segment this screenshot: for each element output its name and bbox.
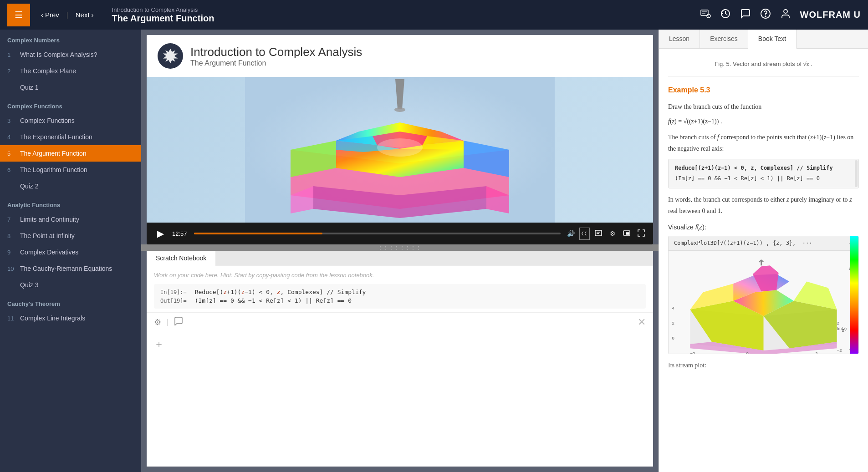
chat-button[interactable] (740, 8, 751, 21)
notebook-button[interactable] (592, 228, 605, 240)
menu-button[interactable]: ☰ (7, 4, 30, 26)
add-cell-button[interactable]: ＋ (154, 337, 164, 351)
svg-text:2: 2 (837, 321, 839, 326)
sidebar-section-cauchys-theorem: Cauchy's Theorem (0, 293, 141, 310)
wolfram-logo (158, 43, 183, 69)
plot-container: ComplexPlot3D[√((z+1)(z−1)) , {z, 3}, ··… (668, 236, 859, 354)
sidebar-item-label: The Exponential Function (20, 133, 92, 141)
svg-marker-8 (163, 49, 178, 63)
sidebar-item-label: Complex Derivatives (20, 249, 78, 256)
svg-text:−2: −2 (690, 351, 695, 354)
svg-text:4: 4 (672, 305, 674, 310)
captions-button[interactable]: CC (579, 228, 590, 240)
item-number: 6 (7, 167, 15, 173)
video-controls: ▶ 12:57 🔊 CC (147, 223, 653, 244)
sidebar-section-analytic-functions: Analytic Functions (0, 194, 141, 211)
sidebar-item-label: The Point at Infinity (20, 232, 75, 239)
sidebar-item-6[interactable]: 6 The Logarithm Function (0, 162, 141, 178)
play-button[interactable]: ▶ (152, 225, 168, 242)
video-lesson-name: The Argument Function (190, 59, 362, 67)
sidebar-item-1[interactable]: 1 What Is Complex Analysis? (0, 46, 141, 63)
time-display: 12:57 (172, 230, 190, 237)
sidebar-item-10[interactable]: 10 The Cauchy-Riemann Equations (0, 260, 141, 277)
sidebar-item-label: The Complex Plane (20, 67, 76, 75)
sidebar-item-9[interactable]: 9 Complex Derivatives (0, 244, 141, 260)
settings-button[interactable]: ⚙ (607, 228, 618, 240)
sidebar-item-label: What Is Complex Analysis? (20, 51, 97, 58)
item-number: 5 (7, 150, 15, 157)
item-number: 8 (7, 233, 15, 239)
progress-bar[interactable] (194, 233, 561, 234)
certificate-button[interactable] (700, 8, 711, 21)
drag-handle[interactable]: ⋮⋮⋮⋮⋮⋮⋮⋮ (141, 244, 659, 251)
sidebar-item-8[interactable]: 8 The Point at Infinity (0, 228, 141, 244)
code-line-2: (Im[z] == 0 && −1 < Re[z] < 1) || Re[z] … (675, 174, 852, 183)
user-button[interactable] (780, 8, 791, 21)
prev-button[interactable]: ‹ Prev (37, 8, 63, 21)
cell-input: In[19]:= Reduce[(z+1)(z−1) < 0, z, Compl… (160, 289, 639, 295)
nav-title: Introduction to Complex Analysis The Arg… (112, 6, 214, 24)
sidebar-quiz-3[interactable]: Quiz 3 (0, 277, 141, 293)
top-navigation: ☰ ‹ Prev | Next › Introduction to Comple… (0, 0, 868, 30)
cell-settings-button[interactable]: ⚙ (154, 317, 161, 327)
svg-point-20 (377, 138, 423, 157)
sidebar-item-3[interactable]: 3 Complex Functions (0, 112, 141, 129)
right-panel: Lesson Exercises Book Text Fig. 5. Vecto… (659, 30, 868, 472)
tab-lesson[interactable]: Lesson (659, 30, 700, 48)
sidebar-item-label: The Argument Function (20, 150, 87, 157)
history-icon (720, 8, 731, 19)
close-cell-button[interactable]: ✕ (638, 316, 646, 328)
volume-button[interactable]: 🔊 (564, 228, 577, 240)
sidebar-quiz-2[interactable]: Quiz 2 (0, 178, 141, 194)
notebook-icon (594, 230, 602, 236)
formula-1: f(z) = √((z+1)(z−1)) . (668, 116, 859, 127)
video-display[interactable] (147, 77, 653, 223)
scratch-notebook-tab[interactable]: Scratch Notebook (147, 251, 215, 266)
sidebar-item-7[interactable]: 7 Limits and Continuity (0, 211, 141, 228)
history-button[interactable] (720, 8, 731, 21)
video-title-area: Introduction to Complex Analysis The Arg… (190, 45, 362, 67)
tab-book-text[interactable]: Book Text (748, 30, 797, 49)
pip-button[interactable] (620, 228, 633, 240)
figure-caption: Fig. 5. Vector and stream plots of √z . (668, 56, 859, 77)
sidebar-section-complex-functions: Complex Functions (0, 96, 141, 112)
help-icon (760, 8, 771, 19)
next-button[interactable]: Next › (72, 8, 97, 21)
comment-button[interactable] (174, 317, 183, 328)
viz-label: Visualize f(z): (668, 222, 859, 232)
video-wrapper: Introduction to Complex Analysis The Arg… (147, 35, 653, 244)
plot-code-bar: ComplexPlot3D[√((z+1)(z−1)) , {z, 3}, ··… (669, 236, 858, 251)
sidebar-item-2[interactable]: 2 The Complex Plane (0, 63, 141, 79)
right-tabs: Lesson Exercises Book Text (659, 30, 868, 49)
svg-point-16 (394, 107, 405, 112)
stream-plot-label: Its stream plot: (668, 360, 859, 371)
sidebar-item-label: Complex Line Integrals (20, 315, 85, 322)
sidebar-item-4[interactable]: 4 The Exponential Function (0, 129, 141, 145)
progress-fill (194, 233, 322, 234)
nav-divider: | (66, 11, 68, 19)
fullscreen-icon (638, 229, 645, 237)
notebook-hint: Work on your code here. Hint: Start by c… (147, 266, 653, 280)
fullscreen-button[interactable] (635, 228, 648, 240)
sidebar-quiz-1[interactable]: Quiz 1 (0, 79, 141, 96)
help-button[interactable] (760, 8, 771, 21)
footer-add: ＋ (147, 332, 653, 356)
svg-text:2: 2 (842, 329, 844, 333)
item-number: 7 (7, 216, 15, 223)
prev-arrow-icon: ‹ (41, 11, 43, 19)
item-number: 10 (7, 265, 15, 272)
drag-dots-icon: ⋮⋮⋮⋮⋮⋮⋮⋮ (378, 245, 422, 250)
item-number: 4 (7, 134, 15, 141)
item-number: 2 (7, 68, 15, 75)
sidebar-item-11[interactable]: 11 Complex Line Integrals (0, 310, 141, 326)
svg-point-3 (707, 14, 710, 18)
sidebar: Complex Numbers 1 What Is Complex Analys… (0, 30, 141, 472)
sidebar-item-5[interactable]: 5 The Argument Function (0, 145, 141, 162)
sidebar-section-complex-numbers: Complex Numbers (0, 30, 141, 46)
notebook-cell: In[19]:= Reduce[(z+1)(z−1) < 0, z, Compl… (154, 284, 646, 309)
svg-text:0: 0 (746, 351, 749, 354)
right-content: Fig. 5. Vector and stream plots of √z . … (659, 49, 868, 472)
svg-text:2: 2 (815, 351, 817, 354)
tab-exercises[interactable]: Exercises (700, 30, 748, 48)
svg-text:2: 2 (672, 321, 674, 326)
